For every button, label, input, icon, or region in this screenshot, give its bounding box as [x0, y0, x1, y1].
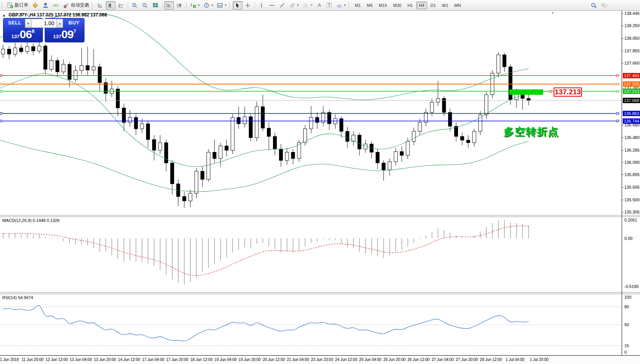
fibonacci-tool-button[interactable]: F	[301, 1, 314, 10]
timeframe-M5[interactable]: M5	[364, 2, 375, 9]
chart-ohlc-values: 137.025 137.072 136.982 137.068	[37, 12, 107, 18]
macd-histogram	[3, 220, 529, 285]
time-axis-label: 1 Jul 04:00	[506, 358, 525, 362]
signal-button[interactable]	[51, 1, 61, 10]
vertical-line-tool-button[interactable]	[257, 1, 266, 10]
chevron-down-icon: ▾	[225, 3, 226, 7]
crosshair-tool-button[interactable]	[243, 1, 253, 10]
market-watch-button[interactable]	[31, 1, 40, 10]
label-tool-icon: T	[326, 2, 332, 8]
line-chart-icon	[118, 2, 124, 8]
time-axis-label: 21 Jun 04:00	[287, 358, 309, 362]
panel-splitter[interactable]	[0, 215, 640, 217]
auto-scroll-button[interactable]	[164, 1, 174, 10]
rsi-line	[3, 305, 529, 341]
auto-trading-button[interactable]: 自动交易	[62, 1, 91, 10]
time-axis-label: 11 Jun 20:00	[22, 358, 44, 362]
chart-shift-button[interactable]	[175, 1, 184, 10]
label-tool-button[interactable]: T	[325, 1, 334, 10]
macd-panel-canvas[interactable]	[0, 217, 622, 292]
timeframe-M30[interactable]: M30	[390, 2, 404, 9]
candle-chart-mode-button[interactable]	[106, 1, 115, 10]
price-tick-label: 136.090	[624, 160, 640, 165]
current-price-badge: 137.068	[623, 98, 640, 103]
macd-name: MACD(12,26,9)	[2, 218, 31, 223]
chevron-down-icon: ▾	[211, 3, 213, 7]
main-chart-canvas[interactable]	[0, 11, 622, 215]
price-tick-mark	[622, 38, 623, 39]
time-axis-label: 19 Jun 20:00	[239, 358, 261, 362]
horizontal-line-tool-button[interactable]	[267, 1, 277, 10]
highlight-rectangle[interactable]	[509, 89, 543, 95]
price-badge: 137.326	[623, 81, 640, 87]
fibonacci-icon	[303, 2, 309, 8]
bar-chart-mode-button[interactable]	[96, 1, 105, 10]
zoom-out-icon	[142, 2, 148, 8]
toolbar-grip	[348, 2, 350, 9]
time-axis-label: 17 Jun 04:00	[142, 358, 164, 362]
price-callout-137213[interactable]: 137.213	[554, 87, 582, 97]
price-tick-label: 135.500	[624, 197, 640, 202]
price-tick-label: 135.695	[624, 185, 640, 189]
channel-tool-button[interactable]: E	[288, 1, 301, 10]
templates-button[interactable]: ▾	[215, 1, 228, 10]
toolbar-grip	[2, 2, 3, 9]
price-tick-label: 137.660	[624, 61, 640, 65]
template-icon	[217, 2, 223, 8]
rsi-panel-canvas[interactable]	[0, 294, 622, 355]
rsi-name: RSI(14)	[2, 295, 17, 300]
timeframe-H4[interactable]: H4	[416, 2, 427, 9]
chat-button[interactable]	[599, 1, 609, 10]
candlestick-chart-icon	[107, 2, 114, 8]
timeframe-W1[interactable]: W1	[439, 2, 451, 9]
tile-windows-button[interactable]	[151, 1, 160, 10]
chevron-down-icon: ▾	[344, 3, 346, 7]
bull-bear-turning-point-annotation[interactable]: 多空转折点	[504, 125, 559, 139]
auto-trading-label: 自动交易	[71, 2, 89, 8]
timeframe-M1[interactable]: M1	[352, 2, 363, 9]
crosshair-icon	[245, 2, 251, 8]
collapse-triangle-icon: ▲	[2, 13, 6, 17]
volume-input[interactable]: 1.00	[31, 19, 57, 28]
volume-decrease-button[interactable]: ▼	[25, 19, 31, 28]
volume-increase-button[interactable]: ▲	[57, 19, 63, 28]
indicators-button[interactable]: f ▾	[188, 1, 201, 10]
new-order-button[interactable]: 新订单	[5, 1, 30, 10]
periods-button[interactable]: ▾	[202, 1, 214, 10]
time-axis-label: 13 Jun 20:00	[94, 358, 116, 362]
trendline-tool-button[interactable]	[278, 1, 287, 10]
time-axis-label: 19 Jun 04:00	[214, 358, 237, 362]
rsi-axis-label: 100	[624, 295, 631, 299]
rsi-axis-label: 0	[624, 350, 627, 354]
zoom-out-button[interactable]	[140, 1, 150, 10]
shapes-icon	[336, 2, 343, 8]
time-axis[interactable]: 11 Jun 201911 Jun 20:0012 Jun 12:0013 Ju…	[0, 355, 640, 364]
timeframe-D1[interactable]: D1	[428, 2, 439, 9]
zoom-in-button[interactable]	[130, 1, 140, 10]
timeframe-H1[interactable]: H1	[405, 2, 416, 9]
shapes-tool-button[interactable]: ▾	[335, 1, 347, 10]
horizontal-lines-layer[interactable]	[0, 74, 619, 122]
timeframe-MN[interactable]: MN	[452, 2, 463, 9]
profile-icon	[42, 2, 49, 8]
toolbar-right	[589, 1, 609, 10]
new-order-label: 新订单	[15, 2, 28, 8]
rsi-value: 54.9674	[18, 295, 33, 300]
candles-layer	[2, 40, 531, 208]
rsi-axis-label: 15	[624, 343, 629, 348]
cursor-tool-button[interactable]	[233, 1, 242, 10]
price-tick-mark	[622, 51, 623, 51]
search-button[interactable]	[589, 1, 599, 10]
price-tick-label: 135.895	[624, 172, 640, 177]
price-tick-mark	[622, 138, 623, 138]
panel-splitter[interactable]	[0, 292, 640, 294]
price-tick-mark	[622, 200, 623, 200]
profile-button[interactable]	[41, 1, 50, 10]
line-chart-mode-button[interactable]	[116, 1, 126, 10]
text-tool-icon: A	[318, 3, 321, 8]
toolbar-separator	[162, 2, 162, 9]
price-tick-mark	[622, 13, 623, 14]
text-tool-button[interactable]: A	[315, 1, 324, 10]
price-tick-mark	[622, 175, 623, 175]
timeframe-M15[interactable]: M15	[376, 2, 390, 9]
